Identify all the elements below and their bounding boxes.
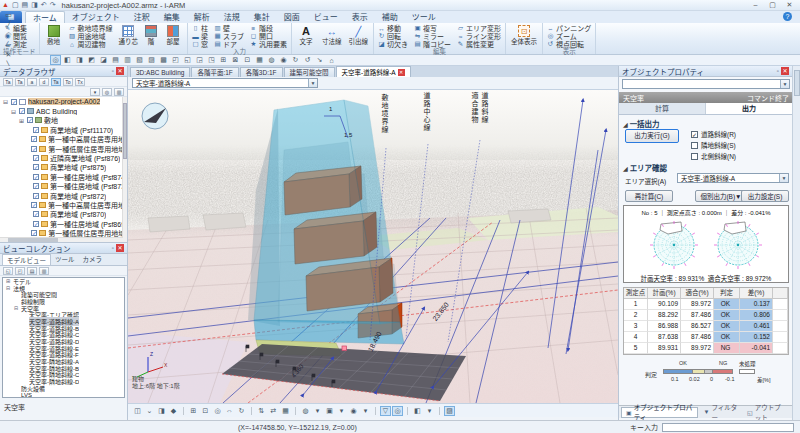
toolbar-icon[interactable] [407,407,408,415]
view-bottom-icon[interactable]: ◳ [206,55,217,65]
tree-item[interactable]: 商業地域 (Psf11170) [0,125,127,134]
toolbar-icon[interactable] [295,407,296,415]
tree-expander-icon[interactable]: ⊞ [18,117,25,124]
add-view-icon[interactable]: ⊞ [218,55,229,65]
visibility-checkbox[interactable] [33,155,39,161]
tree-item[interactable]: 第一種住居地域 (Psf873) [0,182,127,191]
ribbon-tab[interactable]: 表示 [345,11,375,23]
arc-icon[interactable]: ◠ [3,30,14,40]
tree-expander-icon[interactable]: ⊟ [5,285,11,291]
hidden-line-icon[interactable]: ◩ [86,55,97,65]
undo-view-icon[interactable]: ↺ [302,55,313,65]
export-icon[interactable]: ↘ [314,55,325,65]
tree-item[interactable]: 第一種低層住居専用地域 (Psf877) [0,144,127,153]
view-collection-tab[interactable]: カメラ [79,254,107,265]
site-button[interactable]: 敷地 [43,24,65,46]
tree-expander-icon[interactable]: ⊟ [13,305,19,311]
area-select-combo[interactable]: 天空率-道路斜線-A ▼ [677,173,789,183]
visibility-checkbox[interactable] [19,108,25,114]
zoom-fit-icon[interactable]: ⊞ [188,406,199,416]
delete-view-icon[interactable]: ▥ [39,267,49,275]
collapsed-panel-tab[interactable] [794,70,800,96]
view-selector-combo[interactable]: 天空率-道路斜線-A ▼ [132,78,318,88]
panel-close-icon[interactable]: ✕ [116,67,124,75]
key-input-field[interactable] [662,423,794,432]
collapse-all-icon[interactable]: ▾ [90,88,100,96]
hide-all-icon[interactable]: Ta [15,78,25,86]
rotate-right-icon[interactable]: ◱ [182,55,193,65]
wireframe-icon[interactable]: ◨ [74,55,85,65]
ribbon-button[interactable]: ◪切欠き [377,40,409,48]
select-icon[interactable]: ▭ [3,10,14,20]
compass-icon[interactable] [142,103,168,129]
table-row[interactable]: 589.93189.972NG-0.041 [624,343,788,354]
individual-output-button[interactable]: 個別出力(B)▼ [695,190,747,202]
ribbon-big-button[interactable]: 階 [140,24,162,46]
panel-bottom-tab[interactable]: ▣ オブジェクトプロパティ [621,407,698,418]
shade-icon[interactable]: ◧ [62,55,73,65]
table-row[interactable]: 386.98886.527OK0.461 [624,321,788,332]
visibility-checkbox[interactable] [33,193,39,199]
fit-view-button[interactable]: ⊡全体表示 [509,24,539,46]
light-icon[interactable]: ◉ [348,406,359,416]
pan-icon[interactable]: ⇔ [224,406,235,416]
view-tree-item[interactable]: LVS [3,392,124,398]
toolbar-icon[interactable] [251,407,252,415]
view-collection-tab[interactable]: ツール [51,254,79,265]
visibility-checkbox[interactable] [31,230,37,236]
material-icon[interactable]: ▣ [324,406,335,416]
display-mode-icon[interactable]: ◨ [156,406,167,416]
plan-view-icon[interactable]: ▤ [110,55,121,65]
table-row[interactable]: 190.10989.972OK0.137 [624,299,788,310]
search-icon[interactable]: ◎ [102,88,112,96]
view-collection-tab[interactable]: モデルビュー [2,254,51,265]
isometric-view-icon[interactable]: ▨ [146,55,157,65]
visibility-checkbox[interactable] [33,183,39,189]
ribbon-button[interactable]: ⌂周辺建物 [68,40,114,48]
pin-icon[interactable]: ▫ [112,68,114,74]
ribbon-button[interactable]: ▤階コピー [413,40,452,48]
tree-item[interactable]: 第一種中高層住居専用地域 (Psf878) [0,135,127,144]
visibility-checkbox[interactable] [31,202,37,208]
view-top-icon[interactable]: ◲ [194,55,205,65]
rotate-left-icon[interactable]: ◰ [170,55,181,65]
ribbon-button[interactable]: ▤ドア [213,40,245,48]
toolbar-icon[interactable] [183,407,184,415]
redo-icon[interactable]: ↷ [50,1,56,9]
ribbon-tab[interactable]: 解析 [187,11,217,23]
filter-type-icon[interactable]: Ta [51,78,61,86]
close-view-icon[interactable]: ⊠ [230,55,241,65]
chevron-down-icon[interactable]: ▼ [308,79,317,87]
section-view-icon[interactable]: ▧ [134,55,145,65]
zoom-window-icon[interactable]: ⊡ [200,406,211,416]
orbit-icon[interactable]: ↻ [236,406,247,416]
ribbon-button[interactable]: ↺視点回転 [546,40,592,48]
elevation-view-icon[interactable]: ▥ [122,55,133,65]
tree-item[interactable]: ⊞ 敷地 [0,116,127,125]
refresh-icon[interactable]: ↻ [290,55,301,65]
recalculate-button[interactable]: 再計算(C) [625,190,673,202]
ribbon-big-button[interactable]: ╱引出線 [347,24,371,46]
texture-icon[interactable]: ◪ [98,55,109,65]
tree-item[interactable]: ⊟ ABC Building [0,106,127,115]
toolbar-icon[interactable] [439,407,440,415]
new-file-icon[interactable]: ▢ [12,1,19,9]
tree-item[interactable]: 商業地域 (Psf870) [0,210,127,219]
save-icon[interactable]: ◨ [31,1,38,9]
ribbon-button[interactable]: ★汎用要素 [249,40,288,48]
tree-item[interactable]: 第一種住居地域 (Psf874) [0,172,127,181]
panel-close-icon[interactable]: ✕ [116,244,124,252]
tree-expander-icon[interactable]: ⊞ [5,278,11,284]
view-dropdown-icon[interactable]: ⌄ [144,406,155,416]
camera-icon[interactable]: ◉ [278,55,289,65]
paste-view-icon[interactable]: ◰ [15,267,25,275]
walk-icon[interactable]: ⇅ [256,406,267,416]
checkbox-box[interactable] [691,131,698,138]
zoom-icon[interactable]: ◎ [212,406,223,416]
material-dropdown-icon[interactable]: ▾ [336,406,347,416]
toolbar-icon[interactable] [375,407,376,415]
section-box-icon[interactable]: ▦ [280,406,291,416]
view-tab[interactable]: 各階3D:1F ✕ [240,67,283,77]
view-tab[interactable]: 3D:ABC Building ✕ [130,67,190,77]
visibility-checkbox[interactable] [33,211,39,217]
